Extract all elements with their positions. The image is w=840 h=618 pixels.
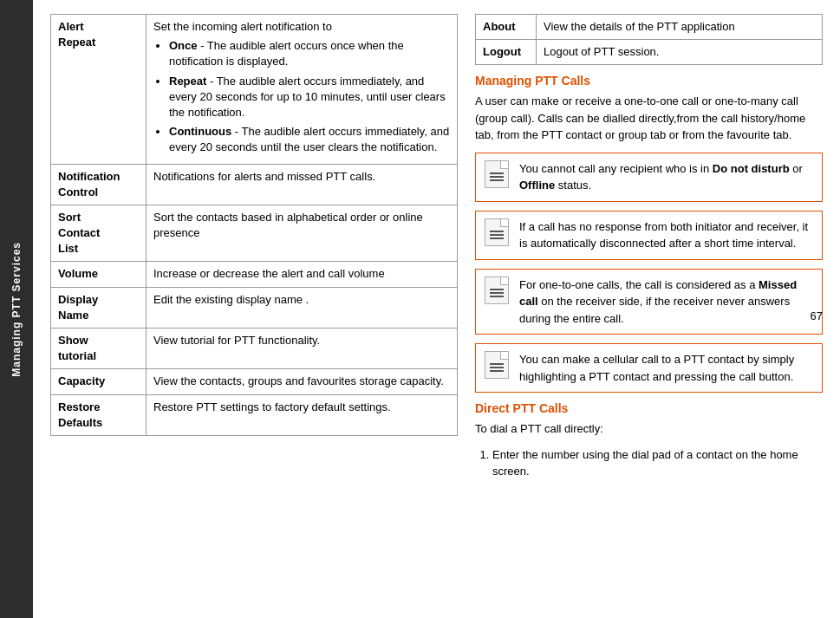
row-header: AlertRepeat — [51, 15, 147, 165]
row-content: Sort the contacts based in alphabetical … — [147, 205, 458, 262]
about-logout-table: About View the details of the PTT applic… — [475, 14, 823, 65]
doc-line — [490, 289, 504, 290]
table-row: About View the details of the PTT applic… — [476, 15, 823, 40]
doc-lines — [490, 363, 504, 372]
once-desc: - The audible alert occurs once when the… — [169, 39, 404, 68]
table-row: Logout Logout of PTT session. — [476, 40, 823, 65]
row-header: NotificationControl — [51, 164, 147, 205]
row-content: Set the incoming alert notification to O… — [147, 15, 458, 165]
table-row: SortContactList Sort the contacts based … — [51, 205, 458, 262]
doc-line — [490, 370, 504, 372]
row-content: Notifications for alerts and missed PTT … — [147, 164, 458, 205]
doc-line — [490, 234, 504, 236]
row-content: Edit the existing display name . — [147, 287, 458, 328]
continuous-term: Continuous — [169, 125, 231, 138]
repeat-term: Repeat — [169, 75, 206, 88]
direct-ptt-heading: Direct PTT Calls — [475, 401, 823, 415]
doc-line — [490, 367, 504, 368]
document-icon — [485, 218, 509, 246]
logout-content: Logout of PTT session. — [537, 40, 823, 65]
logout-header: Logout — [476, 40, 537, 65]
right-column: 67 About View the details of the PTT app… — [475, 14, 823, 604]
sort-contact-text: Sort the contacts based in alphabetical … — [153, 211, 423, 239]
settings-table: AlertRepeat Set the incoming alert notif… — [50, 14, 458, 436]
row-content: Increase or decrease the alert and call … — [147, 262, 458, 287]
capacity-text: View the contacts, groups and favourites… — [153, 374, 444, 387]
row-header: Capacity — [51, 369, 147, 394]
row-header: SortContactList — [51, 205, 147, 262]
table-row: Volume Increase or decrease the alert an… — [51, 262, 458, 287]
list-item: Repeat - The audible alert occurs immedi… — [169, 74, 450, 121]
document-icon — [485, 276, 509, 304]
direct-ptt-body: To dial a PTT call directly: — [475, 420, 823, 438]
page-number: 67 — [811, 309, 823, 322]
about-content: View the details of the PTT application — [537, 15, 823, 40]
table-row: Showtutorial View tutorial for PTT funct… — [51, 329, 458, 369]
display-name-text: Edit the existing display name . — [153, 293, 309, 306]
doc-line — [490, 179, 504, 181]
managing-ptt-body: A user can make or receive a one-to-one … — [475, 93, 823, 144]
row-content: Restore PTT settings to factory default … — [147, 394, 458, 435]
main-content: AlertRepeat Set the incoming alert notif… — [33, 0, 840, 618]
once-term: Once — [169, 39, 198, 52]
row-header: DisplayName — [51, 287, 147, 328]
doc-lines — [490, 172, 504, 181]
doc-line — [490, 292, 504, 294]
row-content: View the contacts, groups and favourites… — [147, 369, 458, 394]
doc-line — [490, 231, 504, 232]
sidebar-label: Managing PTT Services — [10, 242, 23, 377]
list-item: Enter the number using the dial pad of a… — [492, 446, 823, 480]
info-box-2: If a call has no response from both init… — [475, 211, 823, 260]
step-1-text: Enter the number using the dial pad of a… — [492, 448, 798, 478]
doc-line — [490, 176, 504, 178]
direct-ptt-steps: Enter the number using the dial pad of a… — [475, 446, 823, 480]
left-column: AlertRepeat Set the incoming alert notif… — [50, 14, 458, 604]
show-tutorial-text: View tutorial for PTT functionality. — [153, 334, 320, 347]
list-item: Once - The audible alert occurs once whe… — [169, 38, 450, 69]
info-icon-2 — [483, 218, 511, 246]
bold-do-not-disturb: Do not disturb — [713, 162, 790, 175]
list-item: Continuous - The audible alert occurs im… — [169, 124, 450, 155]
table-row: DisplayName Edit the existing display na… — [51, 287, 458, 328]
info-box-1-text: You cannot call any recipient who is in … — [519, 160, 815, 194]
doc-line — [490, 237, 504, 239]
info-box-4: You can make a cellular call to a PTT co… — [475, 343, 823, 393]
row-header: Volume — [51, 262, 147, 287]
restore-defaults-text: Restore PTT settings to factory default … — [153, 400, 391, 413]
info-box-3-text: For one-to-one calls, the call is consid… — [519, 276, 815, 328]
bold-offline: Offline — [519, 179, 555, 192]
info-box-3: For one-to-one calls, the call is consid… — [475, 269, 823, 335]
table-row: RestoreDefaults Restore PTT settings to … — [51, 394, 458, 435]
table-row: NotificationControl Notifications for al… — [51, 164, 458, 205]
doc-line — [490, 296, 504, 297]
doc-line — [490, 363, 504, 365]
doc-lines — [490, 289, 504, 297]
doc-lines — [490, 231, 504, 239]
bold-missed-call: Missed call — [519, 278, 797, 309]
info-icon-4 — [483, 351, 511, 379]
repeat-desc: - The audible alert occurs immediately, … — [169, 75, 446, 119]
info-icon-1 — [483, 160, 511, 188]
info-box-1: You cannot call any recipient who is in … — [475, 153, 823, 202]
about-header: About — [476, 15, 537, 40]
alert-repeat-intro: Set the incoming alert notification to — [153, 20, 332, 33]
table-row: Capacity View the contacts, groups and f… — [51, 369, 458, 394]
row-content: View tutorial for PTT functionality. — [147, 329, 458, 369]
info-box-4-text: You can make a cellular call to a PTT co… — [519, 351, 815, 385]
managing-ptt-heading: Managing PTT Calls — [475, 74, 823, 88]
row-header: Showtutorial — [51, 329, 147, 369]
document-icon — [485, 160, 509, 188]
doc-line — [490, 172, 504, 174]
row-header: RestoreDefaults — [51, 394, 147, 435]
info-icon-3 — [483, 276, 511, 304]
sidebar: Managing PTT Services — [0, 0, 33, 618]
info-box-2-text: If a call has no response from both init… — [519, 218, 815, 252]
alert-repeat-list: Once - The audible alert occurs once whe… — [153, 38, 450, 155]
table-row: AlertRepeat Set the incoming alert notif… — [51, 15, 458, 165]
document-icon — [485, 351, 509, 379]
volume-text: Increase or decrease the alert and call … — [153, 267, 385, 280]
notification-control-text: Notifications for alerts and missed PTT … — [153, 170, 375, 183]
